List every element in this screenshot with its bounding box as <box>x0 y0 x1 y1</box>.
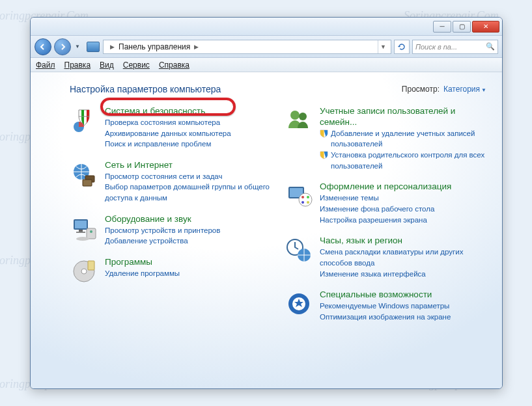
svg-rect-7 <box>76 232 85 233</box>
search-icon: 🔍 <box>486 42 495 51</box>
view-control: Просмотр: Категория▼ <box>402 85 486 94</box>
category-title[interactable]: Оформление и персонализация <box>320 182 486 193</box>
maximize-button[interactable]: ▢ <box>453 21 471 33</box>
menu-tools[interactable]: Сервис <box>123 61 150 70</box>
category-shield-pie: Система и безопасностьПроверка состояния… <box>70 106 272 150</box>
svg-point-18 <box>299 193 312 206</box>
menu-help[interactable]: Справка <box>159 61 189 70</box>
category-link[interactable]: Архивирование данных компьютера <box>105 128 272 139</box>
search-placeholder: Поиск в па... <box>415 43 457 51</box>
category-link[interactable]: Проверка состояния компьютера <box>105 117 272 128</box>
category-programs: ПрограммыУдаление программы <box>70 257 272 286</box>
menu-edit[interactable]: Правка <box>64 61 91 70</box>
category-link[interactable]: Изменение темы <box>320 193 486 204</box>
category-link-shielded[interactable]: Установка родительского контроля для все… <box>320 150 486 171</box>
minimize-button[interactable]: ─ <box>433 21 451 33</box>
category-appearance: Оформление и персонализацияИзменение тем… <box>285 182 486 225</box>
uac-shield-icon <box>320 150 328 159</box>
nav-history-dropdown[interactable]: ▼ <box>74 40 81 54</box>
svg-rect-8 <box>87 228 96 239</box>
category-title[interactable]: Специальные возможности <box>320 290 486 301</box>
category-link[interactable]: Выбор параметров домашней группы и общег… <box>105 182 272 203</box>
ease-icon <box>285 290 313 318</box>
category-globe-net: Сеть и ИнтернетПросмотр состояния сети и… <box>70 160 272 204</box>
globe-net-icon <box>70 160 98 189</box>
category-clock: Часы, язык и регионСмена раскладки клави… <box>285 236 486 279</box>
svg-point-12 <box>81 269 87 274</box>
svg-rect-13 <box>88 261 94 270</box>
page-title: Настройка параметров компьютера <box>70 84 221 94</box>
category-title[interactable]: Учетные записи пользователей и семейн... <box>320 106 486 128</box>
view-dropdown[interactable]: Категория▼ <box>443 85 486 94</box>
breadcrumb[interactable]: ▶ Панель управления ▶ ▼ <box>103 40 391 54</box>
category-link[interactable]: Изменение языка интерфейса <box>320 269 486 280</box>
navbar: ▼ ▶ Панель управления ▶ ▼ Поиск в па... … <box>31 36 502 58</box>
svg-point-15 <box>299 113 307 120</box>
category-link[interactable]: Рекомендуемые Windows параметры <box>320 301 486 312</box>
users-icon <box>285 106 313 135</box>
arrow-right-icon <box>59 43 66 51</box>
svg-point-9 <box>90 230 92 233</box>
shield-pie-icon <box>70 106 98 135</box>
control-panel-icon <box>87 42 100 52</box>
menu-file[interactable]: Файл <box>36 61 55 70</box>
svg-point-20 <box>307 196 309 198</box>
clock-icon <box>285 236 313 264</box>
category-title[interactable]: Программы <box>105 257 272 268</box>
chevron-right-icon: ▶ <box>194 44 199 50</box>
view-label: Просмотр: <box>402 85 440 94</box>
category-title[interactable]: Часы, язык и регион <box>320 236 486 247</box>
category-title[interactable]: Система и безопасность <box>105 106 272 117</box>
refresh-icon <box>397 42 406 51</box>
breadcrumb-dropdown[interactable]: ▼ <box>378 40 388 53</box>
category-title[interactable]: Сеть и Интернет <box>105 160 272 171</box>
category-link[interactable]: Изменение фона рабочего стола <box>320 204 486 215</box>
category-title[interactable]: Оборудование и звук <box>105 214 272 225</box>
titlebar: ─ ▢ ✕ <box>31 18 502 36</box>
arrow-left-icon <box>39 43 47 51</box>
category-link[interactable]: Удаление программы <box>105 268 272 279</box>
control-panel-window: ─ ▢ ✕ ▼ ▶ Панель управления ▶ ▼ Поиск в … <box>30 17 503 389</box>
menu-view[interactable]: Вид <box>100 61 114 70</box>
close-button[interactable]: ✕ <box>472 21 499 33</box>
category-link[interactable]: Добавление устройства <box>105 236 272 247</box>
content-area: Настройка параметров компьютера Просмотр… <box>31 72 502 388</box>
category-link[interactable]: Смена раскладки клавиатуры или других сп… <box>320 247 486 268</box>
svg-point-14 <box>290 111 300 120</box>
programs-icon <box>70 257 98 286</box>
forward-button[interactable] <box>54 38 71 55</box>
chevron-right-icon: ▶ <box>110 44 115 50</box>
category-ease: Специальные возможностиРекомендуемые Win… <box>285 290 486 322</box>
menubar: Файл Правка Вид Сервис Справка <box>31 58 502 72</box>
category-link[interactable]: Поиск и исправление проблем <box>105 139 272 150</box>
category-link[interactable]: Просмотр устройств и принтеров <box>105 225 272 236</box>
search-input[interactable]: Поиск в па... 🔍 <box>412 40 498 54</box>
svg-point-19 <box>301 196 304 198</box>
hardware-icon <box>70 214 98 243</box>
uac-shield-icon <box>320 129 328 138</box>
breadcrumb-root[interactable]: Панель управления <box>119 42 190 51</box>
back-button[interactable] <box>35 38 51 55</box>
category-users: Учетные записи пользователей и семейн...… <box>285 106 486 171</box>
header-row: Настройка параметров компьютера Просмотр… <box>70 84 486 94</box>
category-link[interactable]: Настройка разрешения экрана <box>320 215 486 226</box>
refresh-button[interactable] <box>394 40 410 54</box>
category-link[interactable]: Просмотр состояния сети и задач <box>105 171 272 182</box>
category-columns: Система и безопасностьПроверка состояния… <box>70 106 486 322</box>
svg-point-21 <box>301 201 304 204</box>
svg-rect-5 <box>75 221 87 228</box>
svg-rect-3 <box>83 180 92 186</box>
svg-point-10 <box>76 237 89 241</box>
category-link-shielded[interactable]: Добавление и удаление учетных записей по… <box>320 128 486 150</box>
appearance-icon <box>285 182 313 210</box>
category-hardware: Оборудование и звукПросмотр устройств и … <box>70 214 272 247</box>
svg-point-22 <box>307 201 309 204</box>
svg-rect-6 <box>79 230 83 232</box>
category-link[interactable]: Оптимизация изображения на экране <box>320 312 486 323</box>
